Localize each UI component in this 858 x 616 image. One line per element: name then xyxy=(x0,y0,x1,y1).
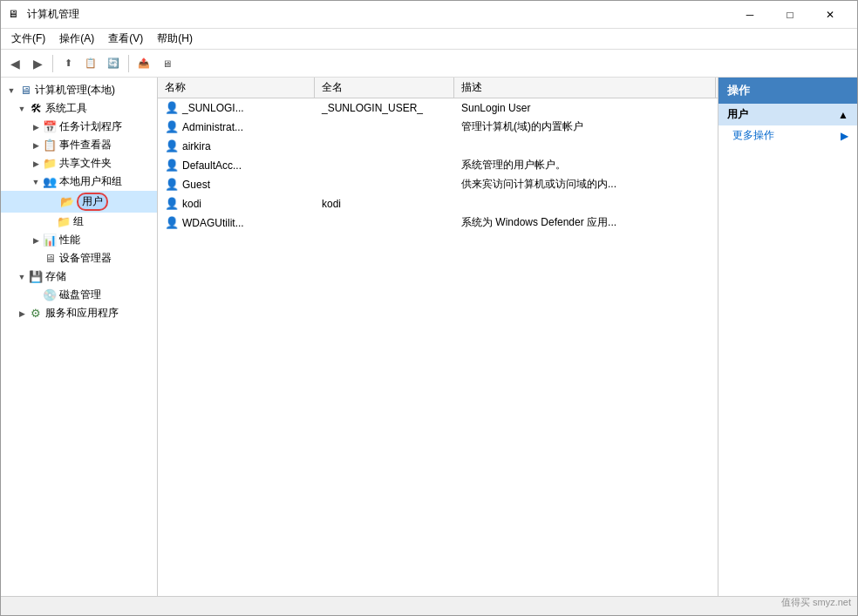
share-label: 共享文件夹 xyxy=(59,156,112,171)
status-bar xyxy=(1,596,857,615)
menu-help[interactable]: 帮助(H) xyxy=(150,29,200,49)
close-button[interactable]: ✕ xyxy=(810,1,850,29)
col-header-fullname[interactable]: 全名 xyxy=(315,78,454,98)
user-name-wdag: 👤 WDAGUtilit... xyxy=(158,213,315,232)
menu-file[interactable]: 文件(F) xyxy=(4,29,52,49)
event-label: 事件查看器 xyxy=(59,138,112,152)
users-label: 用户 xyxy=(77,193,108,211)
user-row-defaultacc[interactable]: 👤 DefaultAcc... 系统管理的用户帐户。 xyxy=(158,156,718,175)
menu-bar: 文件(F) 操作(A) 查看(V) 帮助(H) xyxy=(1,29,857,50)
tree-performance[interactable]: ▶ 📊 性能 xyxy=(1,231,157,249)
perf-chevron: ▶ xyxy=(29,234,43,247)
title-icon: 🖥 xyxy=(8,8,22,22)
action-more-actions[interactable]: 更多操作 ▶ xyxy=(718,125,857,146)
toolbar-copy[interactable]: 📋 xyxy=(80,53,101,74)
share-icon: 📁 xyxy=(43,157,57,171)
tree-system-tools[interactable]: ▼ 🛠 系统工具 xyxy=(1,99,157,118)
user-desc-sunlogin: SunLogin User xyxy=(454,98,716,117)
action-subheader[interactable]: 用户 ▲ xyxy=(718,104,857,125)
task-icon: 📅 xyxy=(43,120,57,134)
title-bar: 🖥 计算机管理 ─ □ ✕ xyxy=(1,1,857,29)
user-desc-kodi xyxy=(454,194,716,213)
users-list: 👤 _SUNLOGI... _SUNLOGIN_USER_ SunLogin U… xyxy=(158,98,718,596)
action-header-label: 操作 xyxy=(727,83,750,98)
users-expand-placeholder xyxy=(46,195,60,209)
col-header-name[interactable]: 名称 xyxy=(158,78,315,98)
tree-panel: ▼ 🖥 计算机管理(本地) ▼ 🛠 系统工具 ▶ 📅 任务计划程序 xyxy=(1,78,158,596)
local-users-label: 本地用户和组 xyxy=(59,174,122,189)
user-icon-defaultacc: 👤 xyxy=(165,159,179,173)
storage-label: 存储 xyxy=(45,269,66,284)
user-icon-admin: 👤 xyxy=(165,120,179,134)
user-name-sunlogin: 👤 _SUNLOGI... xyxy=(158,98,315,117)
user-fullname-guest xyxy=(315,175,454,193)
action-panel-header[interactable]: 操作 xyxy=(718,78,857,104)
toolbar-up[interactable]: ⬆ xyxy=(58,53,78,74)
user-name-kodi: 👤 kodi xyxy=(158,194,315,213)
toolbar-export[interactable]: 📤 xyxy=(133,53,154,74)
user-name-admin: 👤 Administrat... xyxy=(158,118,315,136)
system-tools-chevron: ▼ xyxy=(15,102,29,116)
action-subheader-label: 用户 xyxy=(727,107,748,122)
user-row-kodi[interactable]: 👤 kodi kodi xyxy=(158,194,718,213)
user-fullname-defaultacc xyxy=(315,156,454,174)
col-header-desc[interactable]: 描述 xyxy=(454,78,716,98)
local-users-icon: 👥 xyxy=(43,175,57,189)
tree-event-viewer[interactable]: ▶ 📋 事件查看器 xyxy=(1,136,157,154)
perf-label: 性能 xyxy=(59,233,80,247)
user-fullname-kodi: kodi xyxy=(315,194,454,213)
user-icon-airkira: 👤 xyxy=(165,139,179,153)
tree-groups[interactable]: 📁 组 xyxy=(1,213,157,231)
services-label: 服务和应用程序 xyxy=(45,306,119,321)
users-folder-icon: 📂 xyxy=(60,195,74,209)
tree-shared-folders[interactable]: ▶ 📁 共享文件夹 xyxy=(1,154,157,173)
user-icon-kodi: 👤 xyxy=(165,197,179,211)
user-desc-admin: 管理计算机(域)的内置帐户 xyxy=(454,118,716,136)
tree-users[interactable]: 📂 用户 xyxy=(1,191,157,213)
disk-label: 磁盘管理 xyxy=(59,288,101,302)
user-name-guest: 👤 Guest xyxy=(158,175,315,193)
computer-icon: 🖥 xyxy=(18,84,32,98)
storage-icon: 💾 xyxy=(29,270,43,284)
user-desc-defaultacc: 系统管理的用户帐户。 xyxy=(454,156,716,174)
menu-view[interactable]: 查看(V) xyxy=(101,29,150,49)
storage-chevron: ▼ xyxy=(15,270,29,284)
toolbar-properties[interactable]: 🖥 xyxy=(156,53,177,74)
local-users-chevron: ▼ xyxy=(29,175,43,189)
user-row-sunlogin[interactable]: 👤 _SUNLOGI... _SUNLOGIN_USER_ SunLogin U… xyxy=(158,98,718,118)
maximize-button[interactable]: □ xyxy=(770,1,810,29)
user-row-wdag[interactable]: 👤 WDAGUtilit... 系统为 Windows Defender 应用.… xyxy=(158,213,718,233)
user-icon-guest: 👤 xyxy=(165,178,179,192)
toolbar-refresh[interactable]: 🔄 xyxy=(103,53,124,74)
tree-root-label: 计算机管理(本地) xyxy=(35,83,115,98)
user-desc-airkira xyxy=(454,137,716,155)
tree-task-scheduler[interactable]: ▶ 📅 任务计划程序 xyxy=(1,118,157,136)
user-row-admin[interactable]: 👤 Administrat... 管理计算机(域)的内置帐户 xyxy=(158,118,718,137)
menu-action[interactable]: 操作(A) xyxy=(52,29,101,49)
tree-device-manager[interactable]: 🖥 设备管理器 xyxy=(1,249,157,267)
device-expand-placeholder xyxy=(29,252,43,266)
tree-services[interactable]: ▶ ⚙ 服务和应用程序 xyxy=(1,304,157,322)
tree-root[interactable]: ▼ 🖥 计算机管理(本地) xyxy=(1,81,157,99)
toolbar: ◀ ▶ ⬆ 📋 🔄 📤 🖥 xyxy=(1,50,857,78)
user-desc-guest: 供来宾访问计算机或访问域的内... xyxy=(454,175,716,193)
tree-storage[interactable]: ▼ 💾 存储 xyxy=(1,267,157,286)
tree-local-users[interactable]: ▼ 👥 本地用户和组 xyxy=(1,173,157,191)
user-row-airkira[interactable]: 👤 airkira xyxy=(158,137,718,156)
content-panel: 名称 全名 描述 👤 _SUNLOGI... _SUNLOGIN_USER_ S… xyxy=(158,78,718,596)
task-label: 任务计划程序 xyxy=(59,119,122,134)
user-row-guest[interactable]: 👤 Guest 供来宾访问计算机或访问域的内... xyxy=(158,175,718,194)
toolbar-forward[interactable]: ▶ xyxy=(27,53,48,74)
tree-disk-management[interactable]: 💿 磁盘管理 xyxy=(1,286,157,304)
user-fullname-admin xyxy=(315,118,454,136)
user-icon-sunlogin: 👤 xyxy=(165,101,179,115)
column-headers: 名称 全名 描述 xyxy=(158,78,718,98)
user-fullname-wdag xyxy=(315,213,454,232)
services-icon: ⚙ xyxy=(29,307,43,321)
toolbar-back[interactable]: ◀ xyxy=(4,53,25,74)
user-fullname-airkira xyxy=(315,137,454,155)
minimize-button[interactable]: ─ xyxy=(730,1,770,29)
disk-expand-placeholder xyxy=(29,288,43,302)
main-area: ▼ 🖥 计算机管理(本地) ▼ 🛠 系统工具 ▶ 📅 任务计划程序 xyxy=(1,78,857,596)
system-tools-icon: 🛠 xyxy=(29,102,43,116)
